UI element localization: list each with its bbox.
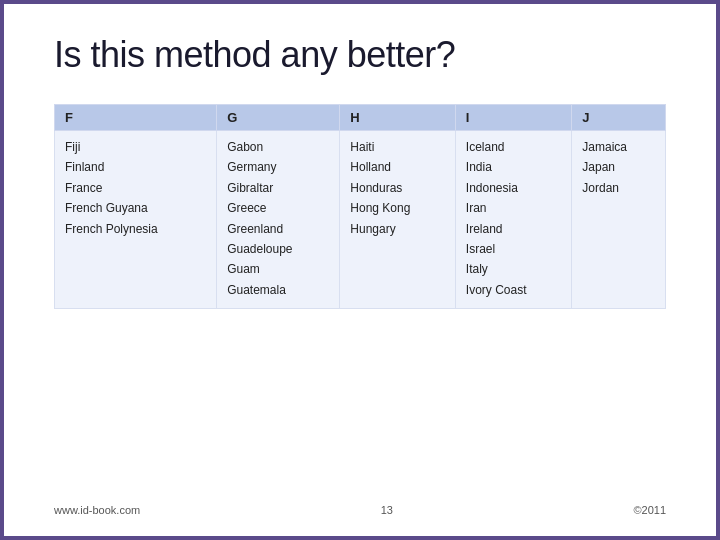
footer-page-number: 13 [381, 504, 393, 516]
table-body: FijiFinlandFranceFrench GuyanaFrench Pol… [55, 131, 666, 309]
column-header-h: H [340, 105, 456, 131]
table-row: FijiFinlandFranceFrench GuyanaFrench Pol… [55, 131, 666, 309]
column-header-f: F [55, 105, 217, 131]
column-cell-f: FijiFinlandFranceFrench GuyanaFrench Pol… [55, 131, 217, 309]
column-cell-i: IcelandIndiaIndonesiaIranIrelandIsraelIt… [455, 131, 571, 309]
country-table: FGHIJ FijiFinlandFranceFrench GuyanaFren… [54, 104, 666, 309]
table-header: FGHIJ [55, 105, 666, 131]
footer: www.id-book.com 13 ©2011 [54, 494, 666, 516]
header-row: FGHIJ [55, 105, 666, 131]
footer-website: www.id-book.com [54, 504, 140, 516]
footer-copyright: ©2011 [633, 504, 666, 516]
column-header-i: I [455, 105, 571, 131]
column-header-j: J [572, 105, 666, 131]
table-wrapper: FGHIJ FijiFinlandFranceFrench GuyanaFren… [54, 104, 666, 494]
column-header-g: G [217, 105, 340, 131]
column-cell-h: HaitiHollandHondurasHong KongHungary [340, 131, 456, 309]
slide-title: Is this method any better? [54, 34, 666, 76]
column-cell-g: GabonGermanyGibraltarGreeceGreenlandGuad… [217, 131, 340, 309]
column-cell-j: JamaicaJapanJordan [572, 131, 666, 309]
